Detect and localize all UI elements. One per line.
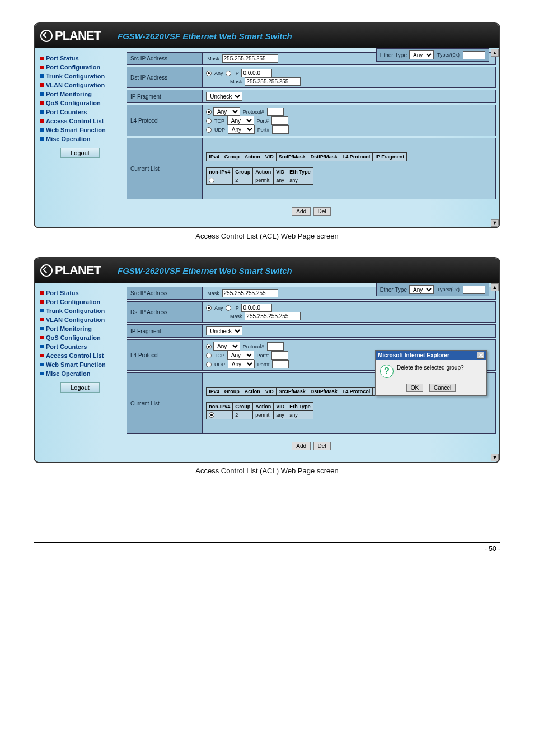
ip-frag-cell-2: Uncheck — [202, 324, 496, 338]
l4-udp-select[interactable]: Any — [228, 125, 255, 134]
tcp-port-input-2[interactable] — [271, 351, 288, 360]
l4-udp-radio-2[interactable] — [206, 362, 212, 367]
proto-num-input[interactable] — [267, 108, 284, 116]
nav2-port-counters[interactable]: Port Counters — [40, 342, 120, 351]
ip-frag-select-2[interactable]: Uncheck — [206, 326, 242, 335]
nav2-acl[interactable]: Access Control List — [40, 351, 120, 360]
nipb-h0: non-IPv4 — [207, 402, 233, 410]
l4-tcp-select[interactable]: Any — [227, 116, 254, 125]
l4-tcp-radio[interactable] — [206, 118, 212, 124]
nav2-qos-config[interactable]: QoS Configuration — [40, 333, 120, 342]
dst-ip-input-2[interactable] — [241, 304, 272, 312]
ipv4-h3: VID — [263, 152, 276, 161]
logout-button-2[interactable]: Logout — [60, 382, 100, 393]
nav-acl[interactable]: Access Control List — [40, 116, 120, 125]
l4-any-select-2[interactable]: Any — [213, 342, 240, 351]
button-row: Add Del — [127, 201, 496, 220]
ether-type-label-2: Ether Type — [380, 287, 407, 293]
dst-ip-radio[interactable] — [226, 71, 231, 76]
nav2-web-smart[interactable]: Web Smart Function — [40, 360, 120, 369]
nav-qos-config[interactable]: QoS Configuration — [40, 99, 120, 108]
dst-ip-cell: Any IP Mask — [202, 67, 496, 88]
udp-port-input[interactable] — [272, 125, 289, 134]
nav2-trunk-config[interactable]: Trunk Configuration — [40, 306, 120, 315]
nip-h0: non-IPv4 — [207, 167, 233, 176]
nav-vlan-config[interactable]: VLAN Configuration — [40, 81, 120, 90]
nav2-vlan-config[interactable]: VLAN Configuration — [40, 315, 120, 324]
src-mask-input-2[interactable] — [222, 289, 278, 297]
dialog-cancel-button[interactable]: Cancel — [429, 384, 456, 392]
nav2-misc-op[interactable]: Misc Operation — [40, 369, 120, 378]
l4-label: L4 Protocol — [127, 105, 202, 136]
product-title: FGSW-2620VSF Ethernet Web Smart Switch — [118, 31, 292, 41]
row-select-radio-1[interactable] — [209, 178, 214, 183]
nav-port-config[interactable]: Port Configuration — [40, 63, 120, 72]
l4-udp-radio[interactable] — [206, 127, 212, 133]
mask-label-2: Mask — [230, 79, 242, 85]
scroll-up-icon-2[interactable]: ▲ — [491, 283, 499, 291]
nav-port-counters[interactable]: Port Counters — [40, 108, 120, 116]
nav-trunk-config[interactable]: Trunk Configuration — [40, 72, 120, 81]
acl-content-2: ▲ ▼ Ether Type Any Type#(0x) Src IP Addr… — [124, 283, 499, 462]
nonipv4-row-2: 2 permit any any — [207, 410, 313, 419]
dialog-close-icon[interactable]: ✕ — [477, 352, 484, 359]
tcp-port-input[interactable] — [271, 116, 288, 125]
nav-port-monitor[interactable]: Port Monitoring — [40, 90, 120, 99]
add-button[interactable]: Add — [292, 207, 311, 216]
l4-any-radio-2[interactable] — [206, 344, 212, 349]
nav-misc-op[interactable]: Misc Operation — [40, 134, 120, 143]
dst-mask-input[interactable] — [245, 77, 301, 86]
l4-tcp-radio-2[interactable] — [206, 353, 212, 358]
dst-ip-input[interactable] — [241, 69, 272, 77]
dst-mask-input-2[interactable] — [245, 312, 301, 320]
ip-frag-select[interactable]: Uncheck — [206, 92, 242, 101]
type-hex-input[interactable] — [463, 51, 485, 59]
mask-label-2b: Mask — [230, 314, 242, 319]
l4-udp-select-2[interactable]: Any — [228, 360, 255, 368]
ether-type-select-2[interactable]: Any — [409, 285, 434, 294]
ipv4b-h2: Action — [242, 387, 263, 395]
dst-any-radio-2[interactable] — [206, 305, 212, 311]
row2-vid: any — [274, 410, 287, 419]
ip-frag-cell: Uncheck — [202, 90, 496, 103]
nonipv4-row: 2 permit any any — [207, 176, 313, 185]
del-button[interactable]: Del — [313, 207, 331, 216]
tcp-label-2: TCP — [214, 353, 224, 358]
udp-port-input-2[interactable] — [272, 360, 289, 368]
nav2-port-status[interactable]: Port Status — [40, 288, 120, 297]
nav-web-smart[interactable]: Web Smart Function — [40, 125, 120, 134]
ipv4-h4: SrcIP/Mask — [276, 152, 308, 161]
dst-ip-radio-2[interactable] — [226, 305, 231, 311]
l4-tcp-select-2[interactable]: Any — [227, 351, 254, 360]
row-group: 2 — [233, 176, 253, 185]
scroll-up-icon[interactable]: ▲ — [491, 49, 499, 57]
confirm-dialog: Microsoft Internet Explorer ✕ ? Delete t… — [375, 350, 487, 396]
nav2-port-config[interactable]: Port Configuration — [40, 297, 120, 306]
dst-any-label-2: Any — [214, 305, 223, 311]
ip-frag-label: IP Fragment — [127, 90, 202, 103]
nav2-port-monitor[interactable]: Port Monitoring — [40, 324, 120, 333]
type-hex-input-2[interactable] — [463, 286, 485, 294]
brand-logo: PLANET — [40, 29, 101, 43]
scroll-down-icon-2[interactable]: ▼ — [491, 454, 499, 461]
logout-button[interactable]: Logout — [60, 148, 100, 158]
src-mask-input[interactable] — [222, 54, 278, 63]
scroll-down-icon[interactable]: ▼ — [491, 219, 499, 227]
mask-label-1: Mask — [207, 56, 219, 62]
udp-label: UDP — [214, 127, 225, 133]
proto-num-label-2: Protocol# — [243, 344, 264, 349]
type-hex-label-2: Type#(0x) — [437, 287, 460, 292]
nav-port-status[interactable]: Port Status — [40, 54, 120, 63]
proto-num-input-2[interactable] — [267, 342, 284, 351]
ether-type-select[interactable]: Any — [409, 50, 434, 59]
l4-any-radio[interactable] — [206, 109, 212, 115]
dialog-ok-button[interactable]: OK — [406, 384, 423, 392]
screenshot-panel-2: PLANET FGSW-2620VSF Ethernet Web Smart S… — [34, 257, 500, 463]
l4-cell: Any Protocol# TCP Any Port# UDP Any Port… — [202, 105, 496, 136]
add-button-2[interactable]: Add — [292, 442, 311, 450]
del-button-2[interactable]: Del — [313, 442, 331, 450]
dst-any-radio[interactable] — [206, 71, 212, 76]
l4-any-select[interactable]: Any — [213, 107, 240, 116]
row-select-radio-2[interactable] — [209, 412, 214, 418]
header-bar: PLANET FGSW-2620VSF Ethernet Web Smart S… — [35, 24, 499, 48]
